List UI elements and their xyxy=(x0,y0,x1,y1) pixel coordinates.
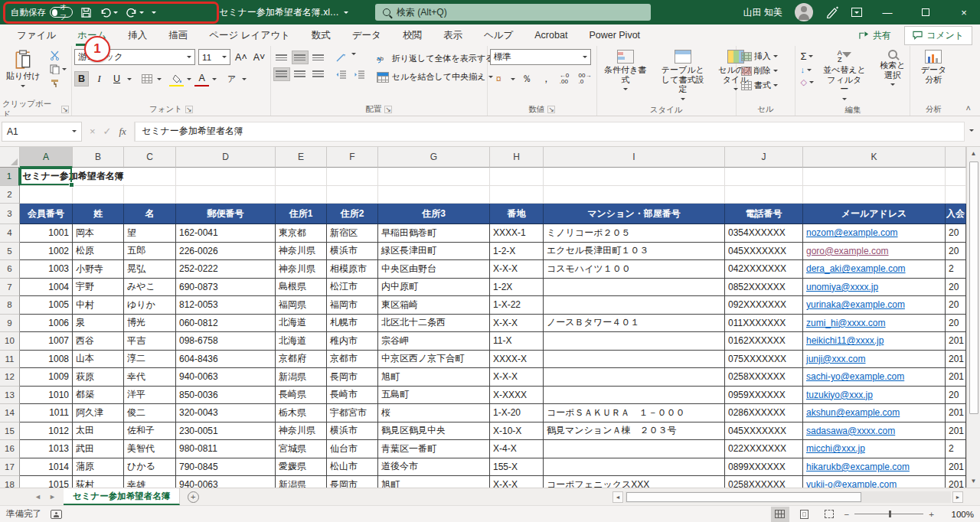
cell[interactable]: 1005 xyxy=(20,296,73,315)
vertical-scrollbar[interactable]: ▲ ▼ xyxy=(966,147,980,488)
cell[interactable]: 201 xyxy=(946,351,966,369)
cell[interactable]: みやこ xyxy=(124,279,176,297)
cell[interactable]: 11-X xyxy=(490,332,544,351)
cell[interactable]: 940-0063 xyxy=(176,476,276,488)
cell[interactable]: 812-0053 xyxy=(176,296,276,315)
orientation-button[interactable] xyxy=(333,51,350,64)
row-header-14[interactable]: 14 xyxy=(0,404,20,422)
number-format-select[interactable]: 標準 xyxy=(490,49,591,65)
cell[interactable]: 松山市 xyxy=(327,458,378,477)
email-link[interactable]: dera_aki@example.com xyxy=(803,260,946,279)
font-color-button[interactable]: A xyxy=(194,71,209,86)
row-header-15[interactable]: 15 xyxy=(0,422,20,441)
cell[interactable]: 入会 xyxy=(946,204,966,224)
cell[interactable]: 1001 xyxy=(20,224,73,243)
cell[interactable]: 850-0036 xyxy=(176,387,276,405)
find-select-button[interactable]: 検索と選択 xyxy=(873,47,913,90)
zoom-slider-thumb[interactable] xyxy=(889,511,891,517)
sort-filter-button[interactable]: AZ 並べ替えとフィルター xyxy=(819,47,870,105)
search-box[interactable]: 検索 (Alt+Q) xyxy=(375,4,651,21)
fill-button[interactable]: ↓ xyxy=(798,64,815,75)
cell[interactable]: 022XXXXXXX xyxy=(725,440,803,458)
cell[interactable]: 泉 xyxy=(73,315,124,333)
cell[interactable] xyxy=(176,186,276,204)
cell[interactable]: メールアドレス xyxy=(803,204,946,224)
cell[interactable]: 0258XXXXXX xyxy=(725,476,803,488)
orientation-caret[interactable] xyxy=(351,53,356,57)
cell[interactable]: 佐和子 xyxy=(124,422,176,441)
insert-cells-button[interactable]: 挿入 xyxy=(739,50,793,63)
column-header-I[interactable]: I xyxy=(544,147,725,168)
cell[interactable]: 長崎市 xyxy=(327,387,378,405)
cell[interactable]: 博光 xyxy=(124,315,176,333)
cell[interactable]: 2 xyxy=(946,440,966,458)
cell[interactable]: コスモハイツ１００ xyxy=(544,260,725,279)
row-header-13[interactable]: 13 xyxy=(0,387,20,405)
cell[interactable]: コーポフェニックスXXX xyxy=(544,476,725,488)
cell[interactable]: 201 xyxy=(946,422,966,441)
cell[interactable] xyxy=(544,296,725,315)
scroll-right-arrow[interactable]: ► xyxy=(952,491,963,503)
autosave-toggle-switch[interactable]: オフ xyxy=(50,7,73,18)
phonetic-button[interactable]: ア xyxy=(224,71,239,86)
cell[interactable]: 横浜市 xyxy=(327,422,378,441)
row-header-10[interactable]: 10 xyxy=(0,332,20,351)
cell[interactable]: 2 xyxy=(946,260,966,279)
cell[interactable]: 神奈川県 xyxy=(276,422,327,441)
cell[interactable]: 岡本 xyxy=(73,224,124,243)
cell[interactable]: 幸代 xyxy=(124,368,176,387)
cell[interactable]: 060-0812 xyxy=(176,315,276,333)
collapse-ribbon-button[interactable]: ˄ xyxy=(957,100,980,116)
cell[interactable]: 番地 xyxy=(490,204,544,224)
cell[interactable]: 長崎県 xyxy=(276,387,327,405)
cell[interactable]: 萩原 xyxy=(73,368,124,387)
cell[interactable]: 住所2 xyxy=(327,204,378,224)
cell[interactable]: X-X-X xyxy=(490,368,544,387)
pen-mode-icon[interactable] xyxy=(825,6,839,18)
tab-page-layout[interactable]: ページ レイアウト xyxy=(198,24,301,46)
restore-button[interactable] xyxy=(913,0,939,24)
cell[interactable]: 宇都宮市 xyxy=(327,404,378,422)
cell[interactable]: 075XXXXXXX xyxy=(725,351,803,369)
cell[interactable]: 320-0043 xyxy=(176,404,276,422)
column-header-partial[interactable] xyxy=(946,147,966,168)
cell[interactable]: 早稲田鶴巻町 xyxy=(378,224,490,243)
cell[interactable]: 宇野 xyxy=(73,279,124,297)
cell[interactable]: 098-6758 xyxy=(176,332,276,351)
scroll-down-arrow[interactable]: ▼ xyxy=(967,475,980,488)
row-header-6[interactable]: 6 xyxy=(0,260,20,279)
cell[interactable]: 稚内市 xyxy=(327,332,378,351)
cell[interactable]: 山本 xyxy=(73,351,124,369)
cell[interactable]: 福岡市 xyxy=(327,296,378,315)
cell[interactable] xyxy=(544,368,725,387)
new-sheet-button[interactable]: + xyxy=(180,488,206,505)
email-link[interactable]: zumi_hi@xxxx.com xyxy=(803,315,946,333)
font-size-select[interactable]: 11 xyxy=(198,49,230,65)
column-header-E[interactable]: E xyxy=(276,147,327,168)
tab-formulas[interactable]: 数式 xyxy=(301,24,341,46)
cell[interactable]: 1-2-X xyxy=(490,243,544,261)
document-title[interactable]: セミナー参加希望者名簿.xl… xyxy=(219,6,348,19)
cell[interactable]: 都築 xyxy=(73,387,124,405)
cell[interactable]: 美智代 xyxy=(124,440,176,458)
filename-dropdown-caret[interactable] xyxy=(344,11,348,16)
cell[interactable]: 東区箱崎 xyxy=(378,296,490,315)
normal-view-button[interactable] xyxy=(771,507,789,522)
cell[interactable]: 20 xyxy=(946,243,966,261)
cell[interactable]: 1007 xyxy=(20,332,73,351)
email-link[interactable]: goro@example.com xyxy=(803,243,946,261)
cell[interactable]: 武田 xyxy=(73,440,124,458)
cell[interactable]: 1003 xyxy=(20,260,73,279)
cell[interactable]: 松原 xyxy=(73,243,124,261)
borders-caret[interactable] xyxy=(157,78,162,83)
tab-insert[interactable]: 挿入 xyxy=(117,24,158,46)
cell[interactable]: 011XXXXXXX xyxy=(725,315,803,333)
cell[interactable]: 会員番号 xyxy=(20,204,73,224)
grow-font-button[interactable]: A˄ xyxy=(234,50,249,65)
horizontal-scroll-thumb[interactable] xyxy=(626,492,861,502)
cell[interactable]: 20 xyxy=(946,387,966,405)
cell[interactable]: 松江市 xyxy=(327,279,378,297)
delete-cells-button[interactable]: 削除 xyxy=(739,64,793,77)
scroll-left-arrow[interactable]: ◄ xyxy=(612,491,623,503)
horizontal-scroll-track[interactable] xyxy=(625,491,951,503)
